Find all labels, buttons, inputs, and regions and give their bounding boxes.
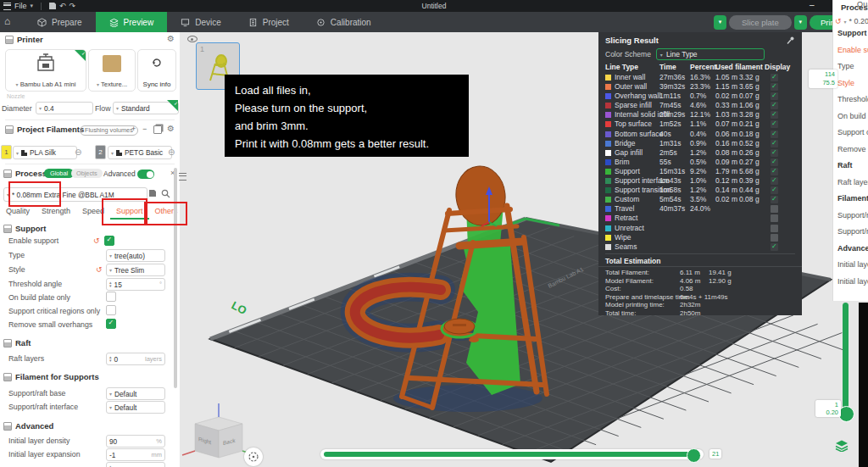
printer-settings-gear-icon[interactable]: ⚙ [167, 34, 175, 43]
display-checkbox[interactable] [771, 92, 778, 100]
redo-icon[interactable]: ↷ [70, 1, 76, 11]
right-panel-row[interactable]: Support [837, 29, 868, 46]
display-checkbox[interactable] [771, 158, 778, 166]
printer-select-card[interactable]: ▾ Bambu Lab A1 mini [5, 49, 86, 92]
filament-1-select[interactable]: ▾PLA Silk [13, 146, 77, 159]
search-settings-icon[interactable] [161, 189, 170, 198]
display-checkbox[interactable] [771, 149, 778, 157]
display-checkbox[interactable] [771, 111, 778, 119]
flushing-volumes-button[interactable]: Flushing volumes [80, 125, 138, 136]
right-panel-row[interactable]: Raft layers [837, 178, 868, 195]
moves-slider-handle[interactable] [687, 448, 701, 463]
right-panel-row[interactable]: Enable support [837, 46, 868, 63]
duplicate-icon[interactable] [153, 125, 162, 134]
right-panel-row[interactable]: Advanced [837, 244, 868, 261]
display-checkbox[interactable] [771, 102, 778, 109]
right-panel-row[interactable]: On build plate only [837, 112, 868, 129]
display-checkbox[interactable] [771, 168, 778, 175]
support-raft-interface-select[interactable]: ▾Default [106, 401, 165, 414]
add-filament-icon[interactable]: + [131, 125, 136, 133]
right-panel-row[interactable]: Support critical regions only [837, 128, 868, 145]
right-panel-row[interactable]: Remove small overhangs [837, 145, 868, 162]
right-panel-row[interactable]: Filament for Supports [837, 194, 868, 211]
right-panel-row[interactable]: Initial layer density [837, 260, 868, 277]
tab-quality[interactable]: Quality [0, 204, 36, 220]
reset-icon[interactable]: ↺ [835, 17, 842, 25]
plate-type-card[interactable]: ▾ Texture... [88, 49, 136, 92]
initial-layer-density-input[interactable]: 90 % [106, 435, 165, 448]
filament-2-chip[interactable]: 2 [95, 145, 106, 159]
orientation-cube[interactable]: Right Back [182, 403, 255, 458]
pin-panel-icon[interactable] [786, 36, 795, 45]
display-checkbox[interactable] [771, 131, 778, 138]
right-panel-row[interactable]: Support/raft interface [837, 227, 868, 244]
undo-icon[interactable]: ↶ [59, 1, 66, 11]
display-checkbox[interactable] [771, 225, 778, 232]
print-options-chevron[interactable]: ▾ [794, 15, 807, 30]
remove-small-overhangs-checkbox[interactable] [106, 319, 116, 329]
filament-2-remove-icon[interactable]: ⊖ [168, 147, 175, 157]
tab-prepare[interactable]: Prepare [24, 12, 96, 32]
center-view-button[interactable] [244, 448, 263, 466]
moves-slider[interactable] [320, 449, 704, 459]
display-checkbox[interactable] [771, 196, 778, 203]
enable-support-checkbox[interactable] [104, 236, 114, 246]
tab-project[interactable]: Project [235, 12, 303, 32]
display-checkbox[interactable] [771, 234, 778, 242]
hamburger-menu-icon[interactable] [3, 3, 11, 10]
initial-layer-expansion-input[interactable]: -1 mm [106, 448, 165, 461]
scope-global-toggle[interactable]: Global [44, 169, 74, 178]
display-checkbox[interactable] [771, 140, 778, 147]
right-panel-row[interactable]: Threshold angle [837, 95, 868, 112]
diameter-select[interactable]: ▾0.4 [36, 102, 93, 114]
right-preset-select[interactable]: ↺ ▾ * 0.20 [833, 14, 868, 29]
tab-preview[interactable]: Preview [96, 12, 168, 32]
layer-slider[interactable] [843, 303, 849, 413]
threshold-angle-spinner[interactable]: ▴▾15 ° [106, 278, 165, 291]
file-menu[interactable]: File [14, 2, 27, 10]
display-checkbox[interactable] [771, 74, 778, 81]
reset-enable-support-icon[interactable]: ↺ [93, 236, 100, 245]
right-panel-row[interactable]: Type [837, 62, 868, 79]
settings-list-icon[interactable] [179, 173, 186, 181]
support-style-select[interactable]: ▾Tree Slim [106, 264, 165, 276]
display-checkbox[interactable] [771, 186, 778, 194]
filament-1-remove-icon[interactable]: ⊖ [75, 147, 81, 157]
right-panel-row[interactable]: Raft [837, 161, 868, 178]
cropped-spinner[interactable]: ▴▾ [106, 462, 165, 467]
display-checkbox[interactable] [771, 243, 778, 251]
filament-1-chip[interactable]: 1 [1, 145, 12, 159]
raft-layers-spinner[interactable]: ▴▾0 layers [106, 353, 165, 365]
display-checkbox[interactable] [771, 83, 778, 91]
right-panel-row[interactable]: Support/raft base [837, 211, 868, 228]
scope-objects-toggle[interactable]: Objects [71, 169, 103, 178]
color-scheme-select[interactable]: ▾ Line Type [656, 48, 765, 60]
slice-options-chevron[interactable]: ▾ [714, 15, 726, 30]
tab-support[interactable]: Support [110, 204, 149, 220]
tab-speed[interactable]: Speed [76, 204, 110, 220]
plate-visibility-eye-icon[interactable] [187, 35, 198, 42]
support-critical-regions-checkbox[interactable] [106, 305, 116, 315]
file-menu-chevron-icon[interactable]: ▾ [31, 3, 34, 9]
filament-2-select[interactable]: ▾PETG Basic [108, 146, 172, 159]
save-preset-icon[interactable] [149, 190, 156, 197]
right-panel-row[interactable]: Initial layer expansion [837, 277, 868, 294]
right-panel-row[interactable]: Style [837, 79, 868, 96]
support-type-select[interactable]: ▾tree(auto) [106, 249, 165, 262]
save-icon[interactable] [49, 3, 56, 9]
minimize-button[interactable]: – [810, 0, 815, 9]
tab-strength[interactable]: Strength [36, 204, 76, 220]
filament-settings-gear-icon[interactable]: ⚙ [167, 124, 175, 133]
tab-device[interactable]: Device [167, 12, 235, 32]
display-checkbox[interactable] [771, 120, 778, 128]
reset-style-icon[interactable]: ↺ [96, 265, 103, 274]
home-icon[interactable]: ⌂ [4, 15, 10, 27]
advanced-toggle[interactable] [137, 170, 154, 179]
sync-info-button[interactable]: Sync info [137, 49, 176, 92]
process-preset-select[interactable]: ▾* 0.08mm Extra Fine @BBL A1M [3, 187, 147, 202]
slice-plate-button[interactable]: Slice plate [729, 15, 792, 30]
display-checkbox[interactable] [771, 205, 778, 213]
sidebar-scrollbar[interactable] [174, 168, 177, 388]
right-panel-row[interactable]: Quality Strength [857, 0, 868, 17]
on-build-plate-only-checkbox[interactable] [106, 292, 116, 302]
